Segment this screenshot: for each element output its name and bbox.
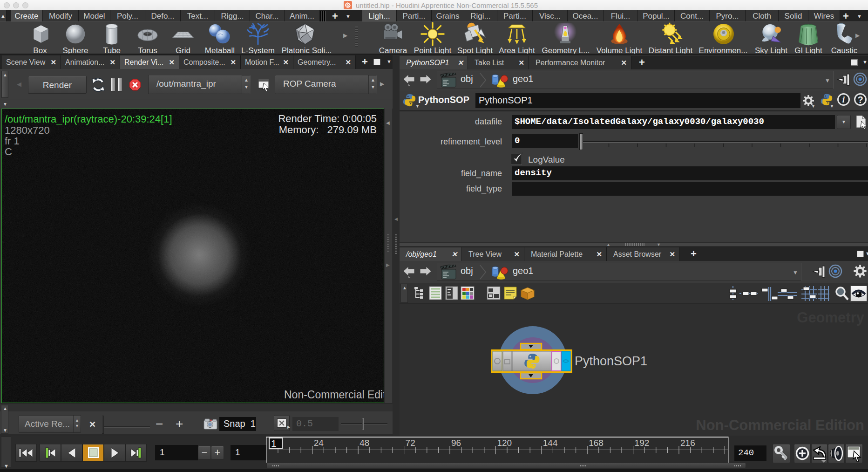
svg-text:24: 24 <box>314 438 324 448</box>
svg-text:72: 72 <box>406 438 415 448</box>
svg-text:48: 48 <box>359 438 369 448</box>
svg-text:216: 216 <box>680 438 695 448</box>
svg-text:PythonSOP1: PythonSOP1 <box>575 354 647 368</box>
svg-text:144: 144 <box>543 438 558 448</box>
svg-text:168: 168 <box>589 438 604 448</box>
svg-text:96: 96 <box>451 438 461 448</box>
svg-text:192: 192 <box>635 438 650 448</box>
svg-text:120: 120 <box>497 438 512 448</box>
